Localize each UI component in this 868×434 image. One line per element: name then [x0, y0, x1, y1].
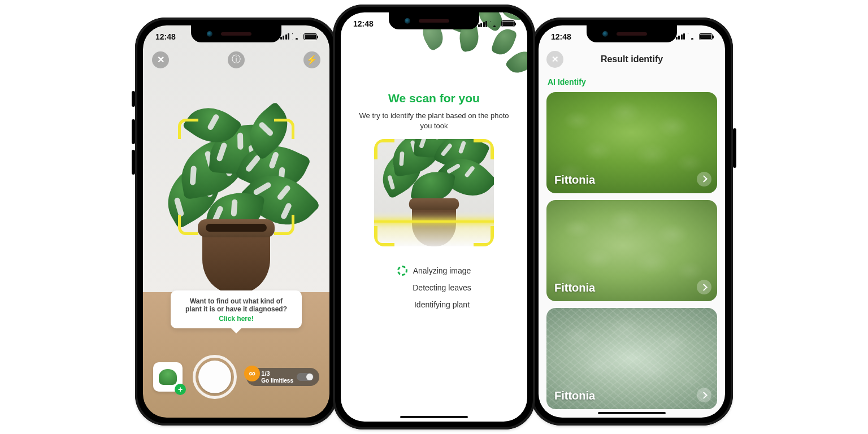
- shutter-inner: [198, 361, 231, 393]
- status-time: 12:48: [551, 32, 571, 41]
- wifi-icon: [688, 33, 696, 40]
- tooltip-line: plant it is or have it diagnosed?: [185, 305, 287, 313]
- limitless-label: Go limitless: [261, 377, 293, 384]
- close-button[interactable]: ✕: [152, 51, 169, 68]
- scan-heading: We scan for you We try to identify the p…: [341, 92, 527, 131]
- battery-icon: [501, 20, 515, 27]
- x-icon: ✕: [157, 54, 164, 65]
- page-title: Result identify: [601, 54, 663, 64]
- wifi-icon: [292, 33, 301, 40]
- wifi-icon: [490, 21, 498, 27]
- pending-icon: [397, 283, 407, 293]
- pending-icon: [398, 300, 409, 310]
- flash-icon: ⚡: [306, 54, 318, 65]
- cell-signal-icon: [478, 21, 488, 27]
- status-time: 12:48: [353, 19, 374, 28]
- scan-preview: [374, 139, 494, 246]
- infinity-icon: ∞: [244, 366, 260, 381]
- result-name: Fittonia: [554, 389, 595, 402]
- result-card[interactable]: Fittonia: [546, 200, 717, 301]
- status-right: [676, 33, 713, 40]
- plant-pot: [202, 228, 270, 293]
- step-label: Identifying plant: [414, 300, 470, 309]
- phone-results: 12:48 ✕ Result identify AI Identify Fitt…: [531, 18, 733, 426]
- result-list[interactable]: Fittonia Fittonia Fittonia: [546, 92, 717, 410]
- scan-steps: Analyzing image Detecting leaves Identif…: [341, 266, 527, 310]
- result-name: Fittonia: [554, 281, 595, 294]
- chevron-right-icon: [697, 388, 711, 402]
- result-card[interactable]: Fittonia: [546, 308, 717, 409]
- phone-camera: 12:48 ✕ ⓘ ⚡: [135, 18, 337, 426]
- battery-icon: [303, 33, 317, 40]
- gallery-thumbnail[interactable]: +: [153, 362, 183, 392]
- scan-step: Detecting leaves: [397, 283, 471, 293]
- home-indicator[interactable]: [400, 416, 468, 418]
- limitless-pill[interactable]: ∞ 1/3 Go limitless: [246, 368, 319, 386]
- section-label: AI Identify: [548, 77, 586, 86]
- scan-subtitle: We try to identify the plant based on th…: [357, 111, 511, 131]
- tooltip-cta[interactable]: Click here!: [176, 315, 296, 323]
- home-indicator[interactable]: [598, 412, 666, 414]
- battery-icon: [699, 33, 713, 40]
- result-card[interactable]: Fittonia: [546, 92, 717, 193]
- limitless-toggle[interactable]: [297, 373, 314, 381]
- device-notch: [191, 25, 281, 42]
- chevron-right-icon: [697, 172, 711, 186]
- add-icon: +: [175, 384, 186, 395]
- status-time: 12:48: [155, 32, 176, 41]
- close-button[interactable]: ✕: [546, 51, 563, 68]
- chevron-right-icon: [697, 280, 711, 294]
- status-right: [478, 20, 515, 27]
- spinner-icon: [397, 266, 407, 276]
- step-label: Analyzing image: [413, 266, 471, 275]
- scan-counter: 1/3: [261, 370, 270, 377]
- camera-top-controls: ✕ ⓘ ⚡: [143, 51, 329, 68]
- cell-signal-icon: [280, 33, 290, 40]
- status-right: [280, 33, 318, 40]
- phone-scanning: 12:48 We scan for you We try to identify…: [333, 5, 535, 429]
- scan-step: Analyzing image: [397, 266, 471, 276]
- scan-step: Identifying plant: [398, 300, 470, 310]
- info-icon: ⓘ: [232, 54, 241, 66]
- flash-button[interactable]: ⚡: [303, 51, 320, 68]
- scan-title: We scan for you: [357, 92, 511, 105]
- result-name: Fittonia: [554, 173, 595, 186]
- tooltip-line: Want to find out what kind of: [190, 297, 283, 305]
- thumbnail-image: [159, 369, 177, 385]
- x-icon: ✕: [552, 54, 559, 64]
- step-label: Detecting leaves: [413, 283, 471, 292]
- info-button[interactable]: ⓘ: [228, 51, 245, 68]
- shutter-button[interactable]: [193, 355, 237, 399]
- navbar: ✕ Result identify: [539, 48, 725, 71]
- hint-tooltip[interactable]: Want to find out what kind of plant it i…: [171, 290, 302, 328]
- viewfinder-frame: [178, 119, 294, 235]
- cell-signal-icon: [676, 33, 685, 40]
- device-notch: [389, 12, 479, 29]
- camera-bottom-bar: + ∞ 1/3 Go limitless: [143, 349, 329, 405]
- device-notch: [587, 25, 677, 42]
